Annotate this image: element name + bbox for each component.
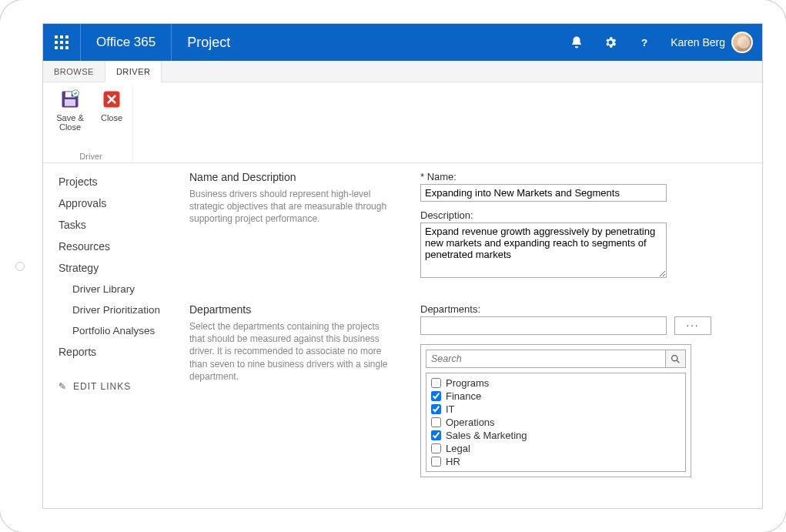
app-launcher-icon[interactable]: [43, 24, 80, 61]
close-button[interactable]: Close: [94, 89, 129, 122]
department-checkbox[interactable]: [431, 378, 441, 388]
department-picker: ProgramsFinanceITOperationsSales & Marke…: [420, 344, 691, 477]
help-icon[interactable]: ?: [627, 24, 661, 61]
nav-edit-links[interactable]: ✎ EDIT LINKS: [59, 381, 189, 392]
suite-brand[interactable]: Office 365: [81, 24, 171, 61]
department-item-label: HR: [446, 456, 460, 467]
department-search-input[interactable]: [426, 350, 666, 368]
pencil-icon: ✎: [59, 381, 67, 392]
page-body-scroll[interactable]: Projects Approvals Tasks Resources Strat…: [43, 163, 762, 508]
svg-rect-6: [55, 46, 58, 49]
form-main: Name and Description Business drivers sh…: [189, 171, 747, 485]
notifications-icon[interactable]: [560, 24, 594, 61]
description-label: Description:: [420, 209, 747, 221]
section-departments: Departments Select the departments conta…: [189, 303, 747, 477]
departments-input[interactable]: [420, 316, 667, 335]
list-item[interactable]: Legal: [431, 442, 681, 455]
save-and-close-button[interactable]: Save & Close: [52, 89, 88, 132]
nav-reports[interactable]: Reports: [59, 341, 189, 363]
nav-projects[interactable]: Projects: [59, 171, 189, 192]
name-input[interactable]: [420, 184, 667, 202]
section-desc-dept: Select the departments containing the pr…: [189, 320, 390, 383]
user-name-label: Karen Berg: [671, 36, 725, 49]
section-name-description: Name and Description Business drivers sh…: [189, 171, 747, 280]
svg-point-16: [672, 355, 677, 360]
svg-rect-0: [55, 35, 58, 38]
department-checkbox[interactable]: [431, 430, 441, 440]
close-label: Close: [101, 113, 122, 122]
settings-icon[interactable]: [594, 24, 627, 61]
description-input[interactable]: [420, 223, 667, 278]
nav-driver-library[interactable]: Driver Library: [59, 279, 189, 299]
tab-driver[interactable]: DRIVER: [105, 61, 162, 82]
departments-browse-button[interactable]: ...: [674, 316, 711, 335]
svg-text:?: ?: [641, 37, 647, 49]
department-item-label: Legal: [446, 443, 470, 454]
ribbon-group-driver: Save & Close Close Driver: [49, 85, 133, 162]
tab-browse[interactable]: BROWSE: [43, 61, 105, 82]
office-header: Office 365 Project ? Karen Berg: [43, 24, 762, 61]
svg-rect-8: [65, 46, 69, 49]
svg-rect-3: [55, 41, 58, 44]
department-checkbox[interactable]: [431, 457, 441, 467]
svg-rect-2: [65, 35, 69, 38]
svg-rect-1: [60, 35, 63, 38]
department-item-label: Sales & Marketing: [446, 430, 527, 441]
section-title: Name and Description: [189, 171, 390, 183]
user-menu[interactable]: Karen Berg: [661, 24, 762, 61]
list-item[interactable]: IT: [431, 403, 681, 416]
close-icon: [101, 89, 122, 110]
department-checkbox[interactable]: [431, 391, 441, 401]
section-desc: Business drivers should represent high-l…: [189, 188, 390, 226]
ribbon-group-label: Driver: [79, 149, 102, 162]
list-item[interactable]: Programs: [431, 376, 681, 390]
svg-rect-5: [65, 41, 69, 44]
nav-edit-links-label: EDIT LINKS: [73, 381, 131, 392]
nav-tasks[interactable]: Tasks: [59, 214, 189, 236]
department-item-label: Programs: [446, 377, 489, 389]
ribbon-tabs-row: BROWSE DRIVER: [43, 61, 762, 82]
svg-rect-13: [65, 99, 75, 106]
list-item[interactable]: HR: [431, 455, 681, 468]
department-checkbox[interactable]: [431, 404, 441, 414]
department-item-label: IT: [446, 403, 455, 415]
department-item-label: Operations: [446, 417, 495, 428]
svg-rect-4: [60, 41, 63, 44]
save-icon: [59, 89, 81, 110]
save-and-close-label: Save & Close: [52, 113, 88, 132]
svg-rect-7: [60, 46, 63, 49]
app-name[interactable]: Project: [172, 24, 246, 61]
nav-strategy[interactable]: Strategy: [59, 257, 189, 279]
quick-launch-nav: Projects Approvals Tasks Resources Strat…: [59, 171, 189, 485]
user-avatar: [731, 32, 753, 53]
department-list[interactable]: ProgramsFinanceITOperationsSales & Marke…: [426, 373, 686, 472]
department-item-label: Finance: [446, 390, 481, 402]
nav-approvals[interactable]: Approvals: [59, 192, 189, 214]
nav-resources[interactable]: Resources: [59, 236, 189, 257]
department-checkbox[interactable]: [431, 417, 441, 427]
nav-portfolio-analyses[interactable]: Portfolio Analyses: [59, 320, 189, 341]
nav-driver-prioritization[interactable]: Driver Prioritization: [59, 299, 189, 320]
svg-line-17: [677, 360, 679, 363]
ribbon: Save & Close Close Driver: [43, 82, 762, 163]
department-checkbox[interactable]: [431, 443, 441, 453]
name-label: Name:: [420, 171, 747, 182]
departments-label: Departments:: [420, 303, 747, 315]
list-item[interactable]: Operations: [431, 416, 681, 429]
search-icon: [671, 354, 681, 364]
list-item[interactable]: Sales & Marketing: [431, 429, 681, 442]
search-go-button[interactable]: [666, 350, 686, 368]
section-title-dept: Departments: [189, 303, 390, 316]
list-item[interactable]: Finance: [431, 390, 681, 403]
